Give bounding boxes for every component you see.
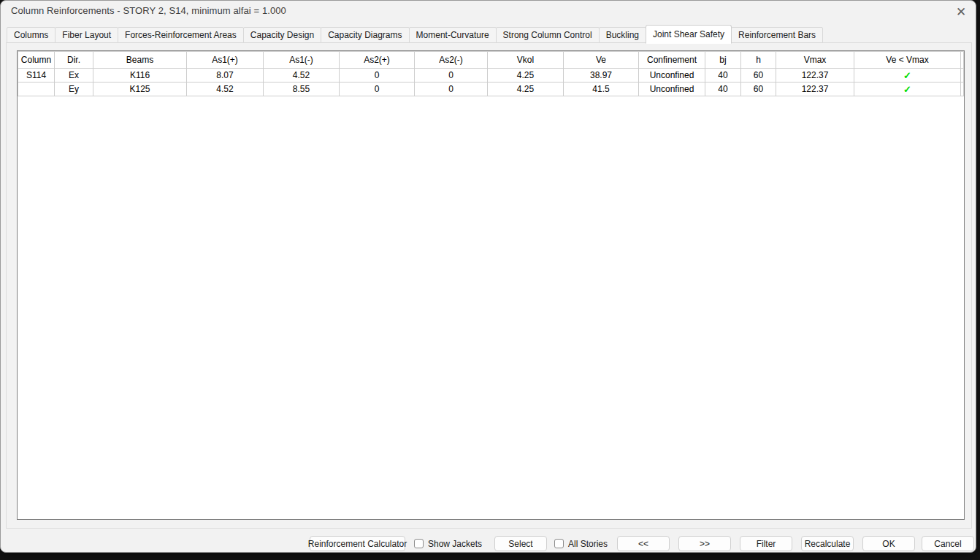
cell-as2-neg: 0 <box>415 83 488 96</box>
cell-as1-neg: 4.52 <box>264 69 340 83</box>
cell-as2-pos: 0 <box>340 69 415 83</box>
cell-bj: 40 <box>705 83 741 96</box>
column-reinforcements-dialog: Column Reinforcements - STORY 2, S14, mi… <box>0 0 976 553</box>
tab-columns[interactable]: Columns <box>7 27 55 43</box>
cell-dir: Ex <box>55 69 93 83</box>
tab-strong-column-control[interactable]: Strong Column Control <box>496 27 600 43</box>
cell-vmax: 122.37 <box>776 69 854 83</box>
check-icon: ✓ <box>854 83 961 96</box>
select-button[interactable]: Select <box>494 536 547 551</box>
column-header: Vkol <box>488 52 564 69</box>
cell-as2-pos: 0 <box>340 83 415 96</box>
cell-vkol: 4.25 <box>488 69 564 83</box>
cell-h: 60 <box>741 83 776 96</box>
column-header: As2(-) <box>415 52 488 69</box>
cell-column <box>18 83 55 96</box>
cell-dir: Ey <box>55 83 93 96</box>
tab-capacity-diagrams[interactable]: Capacity Diagrams <box>321 27 409 43</box>
all-stories-label: All Stories <box>568 539 608 549</box>
show-jackets-label: Show Jackets <box>428 539 482 549</box>
cell-as1-pos: 4.52 <box>187 83 264 96</box>
tab-capacity-design[interactable]: Capacity Design <box>243 27 321 43</box>
cell-filler <box>961 69 964 83</box>
cell-column: S114 <box>18 69 55 83</box>
cell-vkol: 4.25 <box>488 83 564 96</box>
column-header: Ve <box>564 52 639 69</box>
cell-h: 60 <box>741 69 776 83</box>
tab-reinforcement-bars[interactable]: Reinforcement Bars <box>731 27 823 43</box>
check-icon: ✓ <box>854 69 961 83</box>
cell-ve: 41.5 <box>564 83 639 96</box>
table-header-row: Column Dir. Beams As1(+) As1(-) As2(+) A… <box>18 52 964 69</box>
cell-bj: 40 <box>705 69 741 83</box>
ok-button[interactable]: OK <box>862 536 915 551</box>
cell-confinement: Unconfined <box>639 83 705 96</box>
column-header: As2(+) <box>340 52 415 69</box>
cell-as2-neg: 0 <box>415 69 488 83</box>
joint-shear-table-panel: Column Dir. Beams As1(+) As1(-) As2(+) A… <box>17 50 965 520</box>
column-header: h <box>741 52 776 69</box>
column-header: As1(-) <box>264 52 340 69</box>
reinforcement-calculator-button[interactable]: Reinforcement Calculator <box>310 536 405 551</box>
column-header: Ve < Vmax <box>854 52 961 69</box>
table-row[interactable]: S114 Ex K116 8.07 4.52 0 0 4.25 38.97 Un… <box>18 69 964 83</box>
previous-button[interactable]: << <box>617 536 670 551</box>
show-jackets-checkbox[interactable] <box>414 539 424 548</box>
column-header: As1(+) <box>187 52 264 69</box>
table-row[interactable]: Ey K125 4.52 8.55 0 0 4.25 41.5 Unconfin… <box>18 83 964 96</box>
tab-joint-shear-safety[interactable]: Joint Shear Safety <box>646 25 732 44</box>
all-stories-checkbox-group: All Stories <box>554 536 608 551</box>
column-header: Dir. <box>55 52 93 69</box>
tab-buckling[interactable]: Buckling <box>599 27 646 43</box>
column-header: Vmax <box>776 52 854 69</box>
column-header: bj <box>705 52 741 69</box>
tab-moment-curvature[interactable]: Moment-Curvature <box>409 27 497 43</box>
cell-vmax: 122.37 <box>776 83 854 96</box>
cell-as1-pos: 8.07 <box>187 69 264 83</box>
close-icon[interactable]: ✕ <box>951 3 971 20</box>
column-header-filler <box>961 52 964 69</box>
cancel-button[interactable]: Cancel <box>922 536 974 551</box>
column-header: Confinement <box>639 52 705 69</box>
column-header: Column <box>18 52 55 69</box>
next-button[interactable]: >> <box>678 536 731 551</box>
all-stories-checkbox[interactable] <box>554 539 564 548</box>
cell-filler <box>961 83 964 96</box>
cell-beams: K125 <box>93 83 187 96</box>
cell-as1-neg: 8.55 <box>264 83 340 96</box>
title-bar: Column Reinforcements - STORY 2, S14, mi… <box>1 1 976 23</box>
joint-shear-table: Column Dir. Beams As1(+) As1(-) As2(+) A… <box>18 51 964 96</box>
tab-fiber-layout[interactable]: Fiber Layout <box>55 27 118 43</box>
dialog-title: Column Reinforcements - STORY 2, S14, mi… <box>11 5 286 16</box>
cell-beams: K116 <box>93 69 187 83</box>
tab-strip: Columns Fiber Layout Forces-Reinforcemen… <box>7 24 823 43</box>
column-header: Beams <box>93 52 187 69</box>
tab-forces-reinforcement-areas[interactable]: Forces-Reinforcement Areas <box>118 27 244 43</box>
cell-confinement: Unconfined <box>639 69 705 83</box>
filter-button[interactable]: Filter <box>740 536 792 551</box>
show-jackets-checkbox-group: Show Jackets <box>414 536 482 551</box>
cell-ve: 38.97 <box>564 69 639 83</box>
recalculate-button[interactable]: Recalculate <box>801 536 854 551</box>
